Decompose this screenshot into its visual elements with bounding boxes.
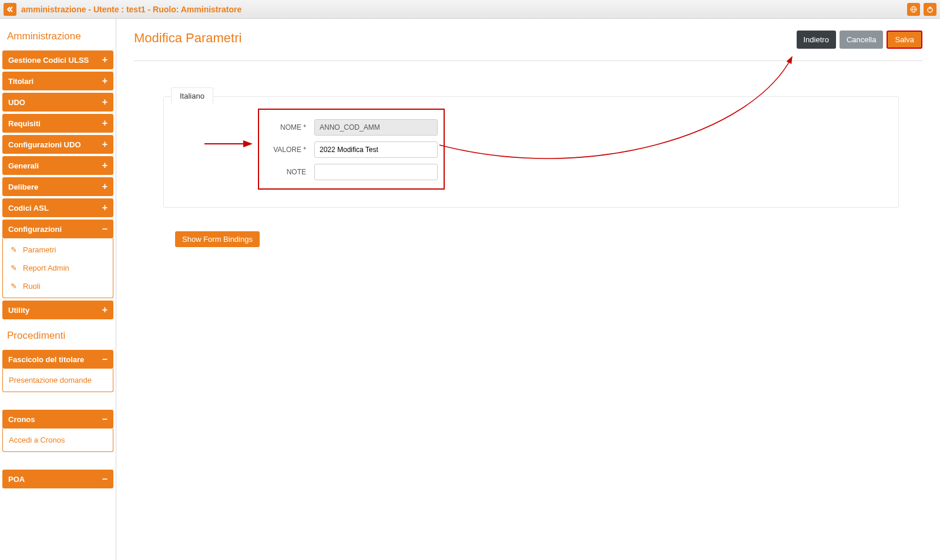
sidebar-item-codici-asl[interactable]: Codici ASL+ [2,198,113,217]
tab-italiano[interactable]: Italiano [171,87,213,104]
back-button[interactable]: Indietro [797,31,836,49]
form-card: Italiano NOME * VALORE * NOTE [163,96,899,208]
sidebar-sub-label: Ruoli [23,282,41,291]
sidebar-item-configurazioni-udo[interactable]: Configurazioni UDO+ [2,135,113,154]
sidebar-item-label: Utility [8,306,29,315]
power-icon [926,6,934,13]
plus-icon: + [102,203,108,212]
sidebar-item-gestione-codici-ulss[interactable]: Gestione Codici ULSS+ [2,50,113,69]
sidebar-item-label: Delibere [8,183,38,191]
globe-button[interactable] [907,3,920,16]
plus-icon: + [102,76,108,86]
sidebar-collapse-button[interactable] [4,3,16,16]
sidebar-sub-label: Accedi a Cronos [9,436,65,444]
sidebar-subpanel-configurazioni: ✎Parametri ✎Report Admin ✎Ruoli [2,238,113,298]
sidebar-item-label: Requisiti [8,119,41,128]
save-button[interactable]: Salva [887,31,922,49]
sidebar-sub-presentazione-domande[interactable]: Presentazione domande [3,371,113,389]
sidebar-sub-parametri[interactable]: ✎Parametri [3,241,113,259]
globe-icon [910,6,917,13]
sidebar-sub-label: Presentazione domande [9,376,92,384]
sidebar-item-poa[interactable]: POA– [2,470,113,488]
sidebar-item-fascicolo-titolare[interactable]: Fascicolo del titolare– [2,350,113,369]
sidebar-item-label: Configurazioni UDO [8,140,81,149]
sidebar-item-label: Generali [8,161,39,170]
plus-icon: + [102,161,108,170]
label-valore: VALORE * [265,146,306,154]
power-button[interactable] [924,3,936,16]
input-note[interactable] [314,164,438,180]
plus-icon: + [102,97,108,107]
sidebar-item-label: Configurazioni [8,225,62,234]
sidebar-item-utility[interactable]: Utility+ [2,301,113,319]
show-form-bindings-button[interactable]: Show Form Bindings [175,231,260,247]
minus-icon: – [102,474,108,484]
minus-icon: – [102,414,108,424]
chevron-left-double-icon [6,6,14,13]
plus-icon: + [102,182,108,191]
sidebar-item-label: Fascicolo del titolare [8,355,84,364]
plus-icon: + [102,305,108,315]
sidebar-item-label: Titolari [8,77,33,86]
input-valore[interactable] [314,141,438,158]
sidebar-item-configurazioni[interactable]: Configurazioni– [2,220,113,238]
plus-icon: + [102,119,108,128]
cancel-button[interactable]: Cancella [840,31,884,49]
sidebar-sub-label: Report Admin [23,264,69,272]
user-edit-icon: ✎ [9,264,18,272]
sidebar-item-cronos[interactable]: Cronos– [2,410,113,429]
highlighted-form-fields: NOME * VALORE * NOTE [258,109,445,190]
sidebar-item-label: Gestione Codici ULSS [8,56,89,65]
sidebar-heading-procedimenti: Procedimenti [2,322,113,348]
label-nome: NOME * [265,123,306,131]
minus-icon: – [102,355,108,364]
input-nome [314,119,438,136]
minus-icon: – [102,224,108,234]
sidebar-sub-label: Parametri [23,245,56,254]
sidebar-sub-report-admin[interactable]: ✎Report Admin [3,259,113,277]
user-edit-icon: ✎ [9,245,18,254]
sidebar-item-label: UDO [8,98,25,107]
sidebar-sub-ruoli[interactable]: ✎Ruoli [3,277,113,295]
sidebar-subpanel-cronos: Accedi a Cronos [2,429,113,452]
sidebar-item-generali[interactable]: Generali+ [2,156,113,175]
page-context-title: amministrazione - Utente : test1 - Ruolo… [21,5,241,14]
sidebar: Amministrazione Gestione Codici ULSS+ Ti… [0,19,116,560]
sidebar-sub-accedi-cronos[interactable]: Accedi a Cronos [3,431,113,449]
page-title: Modifica Parametri [134,31,241,46]
sidebar-item-titolari[interactable]: Titolari+ [2,72,113,90]
label-note: NOTE [265,168,306,176]
sidebar-item-delibere[interactable]: Delibere+ [2,177,113,196]
user-edit-icon: ✎ [9,282,18,291]
sidebar-item-label: Codici ASL [8,204,49,212]
plus-icon: + [102,55,108,65]
sidebar-heading-amministrazione: Amministrazione [2,22,113,48]
sidebar-item-label: Cronos [8,415,35,424]
plus-icon: + [102,140,108,149]
sidebar-item-udo[interactable]: UDO+ [2,93,113,112]
sidebar-subpanel-fascicolo: Presentazione domande [2,369,113,392]
sidebar-item-requisiti[interactable]: Requisiti+ [2,114,113,133]
sidebar-item-label: POA [8,475,25,484]
main-content: Modifica Parametri Indietro Cancella Sal… [116,19,940,560]
